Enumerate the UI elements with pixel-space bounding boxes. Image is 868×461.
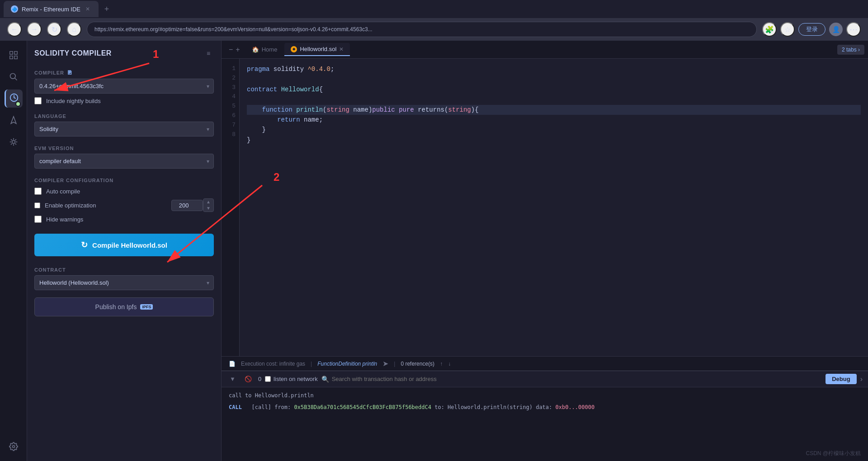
enable-optimization-label[interactable]: Enable optimization: [45, 202, 96, 209]
enable-optimization-checkbox[interactable]: [34, 202, 40, 208]
activity-search-icon[interactable]: [5, 68, 23, 86]
nightly-builds-checkbox[interactable]: [34, 97, 42, 104]
terminal-search-icon: 🔍: [321, 376, 329, 383]
optimization-row: Enable optimization ▲ ▼: [34, 197, 214, 214]
terminal-no-sign-button[interactable]: 🚫: [242, 375, 255, 383]
terminal-listen-network-row: listen on network: [265, 376, 318, 382]
code-editor: 1 2 3 4 5 6 7 8 pragma solidity ^0.4.0; …: [222, 59, 868, 356]
terminal-call-type: CALL: [229, 404, 248, 410]
compile-refresh-icon: ↻: [81, 240, 88, 250]
auto-compile-checkbox[interactable]: [34, 188, 42, 195]
hide-warnings-label[interactable]: Hide warnings: [46, 216, 83, 223]
editor-area: − + 🏠 Home ◆ Helloworld.sol ✕: [222, 41, 868, 461]
references-down-arrow-icon[interactable]: ↓: [448, 361, 451, 367]
language-label: LANGUAGE: [34, 113, 214, 119]
tab-bar: 🔷 Remix - Ethereum IDE ✕ +: [0, 0, 868, 18]
svg-rect-7: [9, 56, 12, 59]
sidebar-menu-icon[interactable]: ≡: [203, 48, 214, 59]
terminal-call-content: [call] from: 0x5B38Da6a701c568545dCfcB03…: [252, 404, 595, 410]
sidebar-header: SOLIDITY COMPILER ≡: [34, 48, 214, 59]
login-button[interactable]: 登录: [798, 23, 826, 36]
listen-network-checkbox[interactable]: [265, 376, 271, 382]
execution-cost-icon: 📄: [229, 361, 236, 367]
config-section: COMPILER CONFIGURATION Auto compile Enab…: [34, 176, 214, 225]
extensions-button[interactable]: 🧩: [762, 22, 777, 37]
status-bar: 📄 Execution cost: infinite gas | Functio…: [222, 356, 868, 371]
contract-section: CONTRACT Helloworld (Helloworld.sol) ▾: [34, 265, 214, 292]
compiler-select[interactable]: 0.4.26+commit.4563c3fc 0.4.25+commit.59d…: [34, 79, 214, 94]
avatar-icon[interactable]: 👤: [829, 23, 843, 36]
line-numbers: 1 2 3 4 5 6 7 8: [222, 59, 240, 356]
optimization-value-input[interactable]: [171, 200, 203, 211]
compiler-label: COMPILER 🖹: [34, 70, 214, 76]
terminal-expand-button[interactable]: ›: [860, 375, 863, 383]
activity-compiler-icon[interactable]: [5, 89, 23, 108]
activity-settings-icon[interactable]: [5, 437, 23, 456]
nightly-builds-label[interactable]: Include nightly builds: [46, 98, 101, 104]
auto-compile-label[interactable]: Auto compile: [46, 188, 80, 195]
code-line-4: [247, 94, 861, 104]
address-bar[interactable]: https://remix.ethereum.org/#optimize=fal…: [87, 22, 757, 37]
listen-network-label: listen on network: [274, 376, 318, 382]
language-select[interactable]: Solidity Yul: [34, 122, 214, 136]
nav-actions: 🧩 ☆ 登录 👤 ⋯: [762, 22, 861, 37]
code-content[interactable]: pragma solidity ^0.4.0; contract Hellowo…: [240, 59, 868, 356]
activity-files-icon[interactable]: [5, 46, 23, 64]
browser-menu-button[interactable]: ⋯: [846, 22, 861, 37]
contract-select[interactable]: Helloworld (Helloworld.sol): [34, 275, 214, 290]
compiler-info-icon[interactable]: 🖹: [67, 70, 73, 76]
sidebar: SOLIDITY COMPILER ≡ COMPILER 🖹 0.4.26+co…: [27, 41, 222, 461]
svg-point-13: [12, 141, 15, 144]
refresh-button[interactable]: ↻: [47, 22, 61, 37]
activity-debug-icon[interactable]: [5, 133, 23, 151]
hide-warnings-checkbox[interactable]: [34, 216, 42, 223]
tabs-count[interactable]: 2 tabs ›: [837, 45, 864, 55]
terminal-search-wrapper: 🔍: [321, 376, 822, 383]
helloworld-tab-close-icon[interactable]: ✕: [339, 46, 344, 52]
contract-label: CONTRACT: [34, 267, 214, 273]
publish-button-label: Publish on Ipfs: [95, 303, 137, 310]
status-separator-2: |: [394, 361, 395, 367]
tab-remix[interactable]: 🔷 Remix - Ethereum IDE ✕: [4, 1, 99, 17]
function-definition-link[interactable]: FunctionDefinition println: [317, 361, 377, 367]
editor-tabs: − + 🏠 Home ◆ Helloworld.sol ✕: [222, 41, 868, 59]
optimization-increment-button[interactable]: ▲: [203, 199, 213, 205]
evm-label: EVM VERSION: [34, 146, 214, 151]
code-line-8: }: [247, 135, 861, 145]
forward-button[interactable]: →: [27, 22, 42, 37]
compile-button[interactable]: ↻ Compile Helloworld.sol: [34, 234, 214, 256]
zoom-out-button[interactable]: −: [229, 46, 233, 54]
svg-point-14: [12, 446, 14, 448]
new-tab-button[interactable]: +: [100, 3, 113, 15]
terminal-collapse-button[interactable]: ▼: [227, 375, 238, 383]
status-arrow-icon[interactable]: ➤: [382, 359, 388, 368]
code-line-3: contract Helloworld{: [247, 85, 861, 94]
zoom-in-button[interactable]: +: [236, 46, 240, 54]
terminal-search-input[interactable]: [332, 376, 822, 382]
code-line-2: [247, 74, 861, 84]
language-section: LANGUAGE Solidity Yul ▾: [34, 112, 214, 138]
ipfs-badge: IPFS: [140, 304, 153, 310]
editor-tab-list: 🏠 Home ◆ Helloworld.sol ✕: [245, 43, 350, 56]
language-select-wrapper: Solidity Yul ▾: [34, 122, 214, 136]
svg-point-9: [10, 74, 15, 79]
publish-button[interactable]: Publish on Ipfs IPFS: [34, 297, 214, 316]
activity-deploy-icon[interactable]: [5, 111, 23, 129]
compiler-section: COMPILER 🖹 0.4.26+commit.4563c3fc 0.4.25…: [34, 68, 214, 106]
references-up-arrow-icon[interactable]: ↑: [440, 361, 443, 367]
code-line-5: function println(string name)public pure…: [247, 105, 861, 115]
terminal-call-entry: CALL [call] from: 0x5B38Da6a701c568545dC…: [229, 403, 861, 412]
tab-home[interactable]: 🏠 Home: [245, 43, 284, 56]
tab-close-btn[interactable]: ✕: [84, 5, 91, 13]
tab-helloworld[interactable]: ◆ Helloworld.sol ✕: [284, 43, 350, 56]
url-text: https://remix.ethereum.org/#optimize=fal…: [94, 26, 373, 33]
debug-button[interactable]: Debug: [826, 374, 856, 384]
optimization-decrement-button[interactable]: ▼: [203, 205, 213, 212]
evm-select[interactable]: compiler default istanbul berlin london: [34, 154, 214, 169]
tab-title: Remix - Ethereum IDE: [22, 6, 80, 13]
svg-rect-8: [14, 56, 17, 59]
compiler-select-wrapper: 0.4.26+commit.4563c3fc 0.4.25+commit.59d…: [34, 79, 214, 94]
bookmark-button[interactable]: ☆: [780, 22, 795, 37]
home-button[interactable]: ⌂: [67, 22, 81, 37]
back-button[interactable]: ←: [7, 22, 22, 37]
